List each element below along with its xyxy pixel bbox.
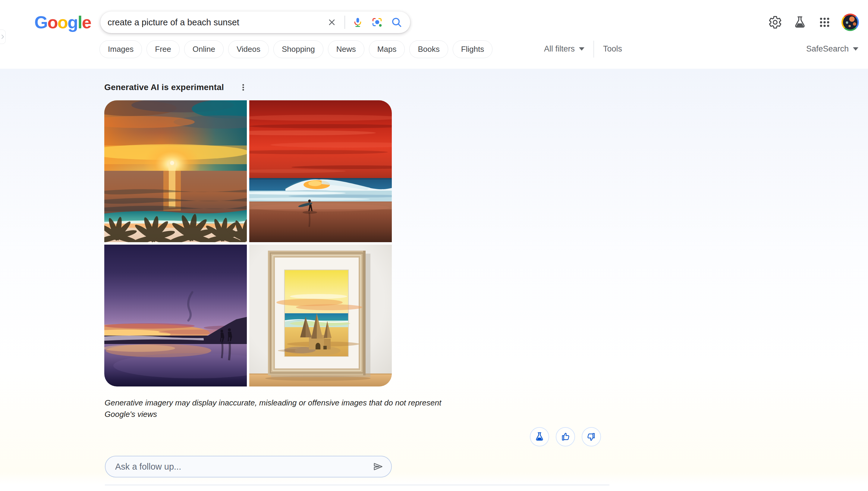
framed-watercolor-art <box>249 244 392 386</box>
labs-flask-icon <box>793 16 807 29</box>
all-filters-label: All filters <box>544 44 575 54</box>
chip-flights[interactable]: Flights <box>453 40 493 58</box>
logo-letter: o <box>47 12 57 32</box>
followup-bar <box>105 456 392 478</box>
filters-divider <box>593 41 594 58</box>
google-logo[interactable]: Google <box>34 13 91 31</box>
avatar-image <box>843 15 858 30</box>
logo-letter: o <box>58 12 67 32</box>
generative-ai-title: Generative AI is experimental <box>104 83 224 92</box>
send-followup-button[interactable] <box>372 461 383 472</box>
voice-search-button[interactable] <box>352 17 363 28</box>
chip-images[interactable]: Images <box>100 40 142 58</box>
sunset-palms-art <box>104 100 247 242</box>
logo-letter: g <box>67 12 78 32</box>
thumbs-up-button[interactable] <box>556 427 575 446</box>
thumb-up-icon <box>560 431 571 442</box>
disclaimer-line: Generative imagery may display inaccurat… <box>105 397 441 408</box>
experiment-feedback-button[interactable] <box>530 427 549 446</box>
chip-books[interactable]: Books <box>409 40 448 58</box>
filters-tools-row: All filters Tools <box>544 40 622 58</box>
chevron-right-icon <box>1 34 4 39</box>
flask-icon <box>534 431 545 442</box>
search-icon <box>391 17 402 28</box>
microphone-icon <box>352 17 363 28</box>
google-lens-icon <box>372 17 383 28</box>
chip-videos[interactable]: Videos <box>228 40 269 58</box>
apps-grid-icon <box>818 16 831 28</box>
dropdown-arrow-icon <box>579 47 584 51</box>
side-panel-handle[interactable] <box>0 30 6 44</box>
google-lens-button[interactable] <box>372 17 383 28</box>
disclaimer-line: Google's views <box>105 408 441 420</box>
google-search-results-page: { "header": { "logo": ["G","o","o","g","… <box>0 0 868 491</box>
safesearch-button[interactable]: SafeSearch <box>806 40 858 58</box>
close-icon <box>327 18 337 27</box>
all-filters-button[interactable]: All filters <box>544 44 584 54</box>
header-right-controls <box>767 12 859 32</box>
purple-dusk-art <box>104 244 247 386</box>
search-query-text[interactable]: create a picture of a beach sunset <box>108 18 327 27</box>
results-bottom-divider <box>105 485 609 485</box>
red-sky-surfer-art <box>249 100 392 242</box>
search-submit-button[interactable] <box>391 17 402 28</box>
send-icon <box>372 461 383 472</box>
more-options-button[interactable] <box>236 81 250 94</box>
generated-image-framed-watercolor[interactable] <box>249 244 392 386</box>
safesearch-label: SafeSearch <box>806 44 849 54</box>
chip-news[interactable]: News <box>328 40 364 58</box>
dropdown-arrow-icon <box>853 47 858 51</box>
logo-letter: e <box>82 12 91 32</box>
chip-maps[interactable]: Maps <box>369 40 405 58</box>
generated-image-purple-dusk-walk[interactable] <box>104 244 247 386</box>
chip-shopping[interactable]: Shopping <box>273 40 324 58</box>
followup-input[interactable] <box>114 461 372 472</box>
more-vert-icon <box>239 83 248 92</box>
thumbs-down-button[interactable] <box>582 427 601 446</box>
gear-icon <box>768 16 782 29</box>
chip-online[interactable]: Online <box>184 40 224 58</box>
logo-letter: G <box>34 12 47 32</box>
generated-images-grid <box>104 100 392 386</box>
thumb-down-icon <box>586 431 597 442</box>
settings-button[interactable] <box>767 15 783 30</box>
feedback-buttons <box>530 427 601 446</box>
search-bar[interactable]: create a picture of a beach sunset <box>101 11 410 33</box>
tools-button[interactable]: Tools <box>603 44 622 54</box>
search-filter-chips: Images Free Online Videos Shopping News … <box>100 40 493 58</box>
account-avatar[interactable] <box>841 13 859 31</box>
search-header: Google create a picture of a beach sunse… <box>0 0 868 39</box>
search-labs-button[interactable] <box>792 15 808 30</box>
google-apps-button[interactable] <box>817 15 833 30</box>
generated-image-red-sky-surfer[interactable] <box>249 100 392 242</box>
generative-ai-disclaimer: Generative imagery may display inaccurat… <box>105 397 441 420</box>
search-bar-divider <box>344 16 345 29</box>
chip-free[interactable]: Free <box>146 40 179 58</box>
generative-ai-header: Generative AI is experimental <box>104 81 250 94</box>
generated-image-sunset-palms[interactable] <box>104 100 247 242</box>
clear-search-button[interactable] <box>327 18 337 27</box>
logo-letter: l <box>78 12 82 32</box>
